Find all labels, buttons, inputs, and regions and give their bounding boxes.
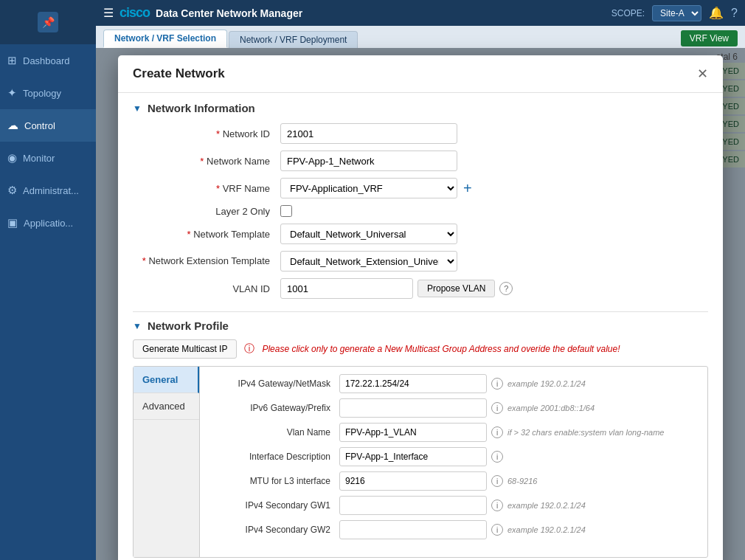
control-icon: ☁	[7, 119, 18, 132]
topology-icon: ✦	[7, 86, 17, 100]
ipv4-secondary-gw1-hint: example 192.0.2.1/24	[507, 501, 586, 510]
network-id-input[interactable]	[280, 123, 457, 144]
vlan-name-label: Vlan Name	[210, 427, 339, 438]
ipv4-secondary-gw2-row: IPv4 Secondary GW2 i example 192.0.2.1/2…	[210, 520, 697, 539]
tab-network-vrf-deployment[interactable]: Network / VRF Deployment	[229, 31, 358, 48]
network-template-label: * Network Template	[133, 229, 280, 240]
tab-network-vrf-selection[interactable]: Network / VRF Selection	[103, 30, 227, 48]
network-extension-template-label: * Network Extension Template	[133, 255, 280, 268]
section-collapse-icon[interactable]: ▼	[133, 103, 142, 114]
topbar-right: SCOPE: Site-A 🔔 ?	[611, 5, 738, 21]
topbar: ☰ cisco Data Center Network Manager SCOP…	[96, 0, 745, 26]
network-profile-header: ▼ Network Profile	[133, 319, 708, 332]
network-extension-template-row: * Network Extension Template Default_Net…	[133, 251, 708, 272]
ipv4-gateway-label: IPv4 Gateway/NetMask	[210, 378, 339, 389]
hamburger-icon[interactable]: ☰	[103, 6, 114, 20]
propose-vlan-button[interactable]: Propose VLAN	[417, 280, 495, 297]
app-title: Data Center Network Manager	[156, 7, 302, 19]
vlan-id-input[interactable]	[280, 278, 413, 299]
ipv4-secondary-gw1-label: IPv4 Secondary GW1	[210, 500, 339, 511]
cisco-icon: cisco	[119, 5, 150, 21]
sidebar-item-applications[interactable]: ▣ Applicatio...	[0, 207, 96, 239]
generate-multicast-button[interactable]: Generate Multicast IP	[133, 339, 237, 359]
network-profile-title: Network Profile	[148, 319, 229, 332]
modal-close-button[interactable]: ✕	[697, 66, 708, 82]
vrf-view-button[interactable]: VRF View	[681, 30, 738, 46]
ipv4-secondary-gw1-info-icon[interactable]: i	[491, 499, 503, 511]
network-name-input[interactable]	[280, 151, 457, 171]
vlan-name-row: Vlan Name i if > 32 chars enable:system …	[210, 423, 697, 442]
dashboard-icon: ⊞	[7, 54, 17, 67]
vrf-name-row: * VRF Name FPV-Application_VRF +	[133, 178, 708, 198]
profile-content: General Advanced IPv4 Gateway/NetMask i …	[133, 366, 708, 558]
ipv4-gateway-info-icon[interactable]: i	[491, 378, 503, 390]
vrf-name-label: * VRF Name	[133, 183, 280, 194]
sidebar-item-dashboard[interactable]: ⊞ Dashboard	[0, 44, 96, 77]
help-icon[interactable]: ?	[731, 7, 738, 20]
ipv4-secondary-gw2-hint: example 192.0.2.1/24	[507, 525, 586, 534]
sidebar-item-topology[interactable]: ✦ Topology	[0, 77, 96, 109]
ipv4-secondary-gw2-input[interactable]	[339, 520, 487, 539]
warning-icon: ⓘ	[244, 342, 254, 356]
network-template-select[interactable]: Default_Network_Universal	[280, 224, 457, 244]
profile-tab-content: IPv4 Gateway/NetMask i example 192.0.2.1…	[200, 367, 707, 557]
tabs-bar: Network / VRF Selection Network / VRF De…	[96, 26, 745, 48]
vrf-name-select[interactable]: FPV-Application_VRF	[280, 178, 457, 198]
applications-icon: ▣	[7, 216, 18, 229]
profile-collapse-icon[interactable]: ▼	[133, 321, 142, 331]
ipv4-secondary-gw1-input[interactable]	[339, 496, 487, 515]
mtu-hint: 68-9216	[507, 477, 537, 485]
modal-overlay: Create Network ✕ ▼ Network Information *…	[96, 48, 745, 560]
ipv6-gateway-label: IPv6 Gateway/Prefix	[210, 403, 339, 413]
network-template-row: * Network Template Default_Network_Unive…	[133, 224, 708, 244]
modal-header: Create Network ✕	[118, 55, 723, 93]
profile-tab-general[interactable]: General	[134, 367, 199, 393]
network-name-row: * Network Name	[133, 151, 708, 171]
ipv6-gateway-info-icon[interactable]: i	[491, 402, 503, 414]
ipv4-gateway-hint: example 192.0.2.1/24	[507, 379, 586, 388]
mtu-info-icon[interactable]: i	[491, 475, 503, 487]
vlan-help-icon[interactable]: ?	[499, 282, 513, 295]
ipv4-gateway-input[interactable]	[339, 374, 487, 393]
interface-description-label: Interface Description	[210, 452, 339, 462]
warning-message: Please click only to generate a New Mult…	[262, 344, 620, 354]
scope-label: SCOPE:	[611, 8, 645, 18]
sidebar-item-monitor[interactable]: ◉ Monitor	[0, 142, 96, 174]
mtu-row: MTU for L3 interface i 68-9216	[210, 471, 697, 491]
network-id-label: * Network ID	[133, 128, 280, 139]
sidebar-item-admin[interactable]: ⚙ Administrat...	[0, 174, 96, 207]
ipv6-gateway-input[interactable]	[339, 398, 487, 418]
bell-icon[interactable]: 🔔	[709, 6, 724, 20]
vlan-name-input[interactable]	[339, 423, 487, 442]
network-id-row: * Network ID	[133, 123, 708, 144]
ipv4-secondary-gw2-info-icon[interactable]: i	[491, 524, 503, 536]
pin-icon: 📌	[38, 12, 58, 32]
layer2-only-checkbox[interactable]	[280, 205, 292, 217]
network-extension-template-select[interactable]: Default_Network_Extension_Univer	[280, 251, 457, 272]
network-profile-section: ▼ Network Profile Generate Multicast IP …	[118, 312, 723, 560]
layer2-only-label: Layer 2 Only	[133, 206, 280, 217]
layer2-only-row: Layer 2 Only	[133, 205, 708, 217]
generate-multicast-row: Generate Multicast IP ⓘ Please click onl…	[133, 339, 708, 359]
vlan-name-hint: if > 32 chars enable:system vlan long-na…	[507, 428, 664, 437]
vlan-id-label: VLAN ID	[133, 283, 280, 294]
mtu-label: MTU for L3 interface	[210, 476, 339, 486]
monitor-icon: ◉	[7, 151, 17, 165]
ipv4-gateway-row: IPv4 Gateway/NetMask i example 192.0.2.1…	[210, 374, 697, 393]
mtu-input[interactable]	[339, 471, 487, 491]
network-information-header: ▼ Network Information	[133, 102, 708, 114]
vrf-name-select-wrap: FPV-Application_VRF +	[280, 178, 474, 198]
vrf-add-button[interactable]: +	[462, 180, 474, 197]
sidebar-logo-area: 📌	[0, 0, 96, 44]
network-information-title: Network Information	[148, 102, 255, 114]
cisco-logo: cisco	[119, 5, 150, 21]
ipv4-secondary-gw2-label: IPv4 Secondary GW2	[210, 525, 339, 535]
interface-description-row: Interface Description i	[210, 447, 697, 466]
ipv6-gateway-row: IPv6 Gateway/Prefix i example 2001:db8::…	[210, 398, 697, 418]
interface-description-input[interactable]	[339, 447, 487, 466]
interface-description-info-icon[interactable]: i	[491, 451, 503, 463]
vlan-name-info-icon[interactable]: i	[491, 426, 503, 438]
sidebar-item-control[interactable]: ☁ Control	[0, 109, 96, 142]
profile-tab-advanced[interactable]: Advanced	[134, 393, 199, 420]
scope-select[interactable]: Site-A	[652, 5, 701, 21]
